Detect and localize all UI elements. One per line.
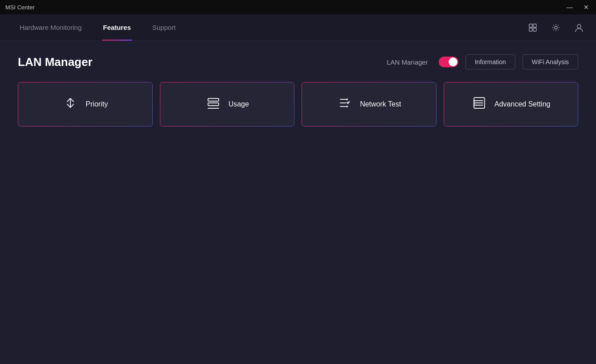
network-test-card[interactable]: Network Test	[302, 82, 437, 127]
settings-icon	[551, 23, 560, 32]
navbar: Hardware Monitoring Features Support	[0, 14, 596, 41]
information-button[interactable]: Information	[465, 54, 515, 70]
network-test-label: Network Test	[360, 100, 401, 108]
app-container: Hardware Monitoring Features Support	[0, 14, 596, 364]
user-icon-button[interactable]	[571, 20, 587, 36]
svg-point-12	[346, 98, 348, 100]
lan-controls: LAN Manager Information WiFi Analysis	[387, 54, 578, 70]
usage-icon	[205, 95, 221, 114]
toggle-knob	[449, 57, 457, 66]
network-test-icon	[337, 95, 353, 114]
main-content: LAN Manager LAN Manager Information WiFi…	[0, 41, 596, 364]
usage-card[interactable]: Usage	[160, 82, 295, 127]
settings-icon-button[interactable]	[548, 20, 564, 36]
svg-point-17	[346, 106, 348, 107]
svg-rect-2	[529, 28, 532, 31]
wifi-analysis-button[interactable]: WiFi Analysis	[523, 54, 578, 70]
svg-rect-0	[529, 24, 532, 27]
page-title: LAN Manager	[18, 55, 387, 69]
usage-label: Usage	[229, 100, 249, 108]
titlebar: MSI Center — ✕	[0, 0, 596, 14]
svg-line-15	[348, 102, 349, 103]
titlebar-controls: — ✕	[565, 3, 591, 11]
advanced-setting-label: Advanced Setting	[494, 100, 550, 108]
grid-icon-button[interactable]	[525, 20, 541, 36]
svg-point-5	[577, 25, 581, 28]
priority-icon	[62, 95, 78, 114]
grid-icon	[528, 23, 537, 32]
lan-manager-label: LAN Manager	[387, 58, 428, 66]
tab-features[interactable]: Features	[92, 14, 142, 41]
app-title: MSI Center	[5, 4, 35, 11]
lan-header: LAN Manager LAN Manager Information WiFi…	[18, 54, 578, 70]
svg-rect-9	[208, 103, 219, 106]
advanced-setting-icon	[471, 95, 487, 114]
tab-support[interactable]: Support	[142, 14, 187, 41]
svg-rect-3	[533, 28, 536, 31]
tab-hardware-monitoring[interactable]: Hardware Monitoring	[9, 14, 92, 41]
user-icon	[574, 23, 584, 33]
svg-point-4	[555, 26, 557, 29]
svg-rect-1	[533, 24, 536, 27]
close-button[interactable]: ✕	[582, 3, 591, 11]
nav-tabs: Hardware Monitoring Features Support	[9, 14, 186, 41]
priority-label: Priority	[86, 100, 108, 108]
lan-manager-toggle[interactable]	[439, 57, 458, 67]
feature-cards-grid: Priority Usage	[18, 82, 578, 127]
minimize-button[interactable]: —	[565, 3, 575, 11]
priority-card[interactable]: Priority	[18, 82, 153, 127]
svg-rect-8	[208, 98, 219, 101]
advanced-setting-card[interactable]: Advanced Setting	[444, 82, 579, 127]
nav-right	[525, 20, 587, 36]
